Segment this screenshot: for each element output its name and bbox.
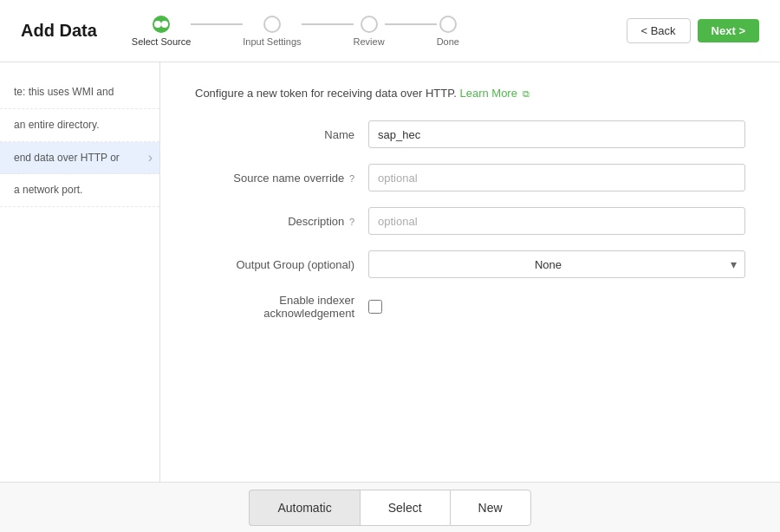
step-label-input-settings: Input Settings: [243, 36, 301, 47]
name-input[interactable]: [368, 120, 745, 148]
output-group-row: Output Group (optional) None: [195, 250, 745, 278]
back-button[interactable]: < Back: [627, 18, 691, 43]
chevron-right-icon: ›: [148, 148, 153, 167]
step-connector-3: [385, 23, 437, 25]
page-title: Add Data: [21, 21, 97, 41]
output-group-select-wrapper: None: [368, 250, 745, 278]
source-name-override-label: Source name override ?: [195, 172, 368, 185]
description-field-row: Description ?: [195, 207, 745, 235]
sidebar-item-directory[interactable]: an entire directory.: [0, 109, 159, 142]
automatic-button[interactable]: Automatic: [249, 490, 359, 526]
step-connector-1: [191, 23, 243, 25]
learn-more-link[interactable]: Learn More ⧉: [459, 87, 529, 100]
step-label-select-source: Select Source: [132, 36, 191, 47]
source-name-override-input[interactable]: [368, 164, 745, 191]
sidebar: te: this uses WMI and an entire director…: [0, 62, 160, 532]
step-circle-input-settings: [263, 16, 281, 33]
step-connector-2: [302, 23, 354, 25]
name-label: Name: [195, 128, 368, 141]
output-group-label: Output Group (optional): [195, 258, 368, 271]
header: Add Data Select Source Input Settings: [0, 0, 780, 62]
enable-indexer-checkbox-wrapper: [368, 300, 382, 314]
sidebar-item-wmi[interactable]: te: this uses WMI and: [0, 76, 159, 109]
step-label-review: Review: [354, 36, 385, 47]
next-button[interactable]: Next >: [698, 19, 759, 42]
form-description: Configure a new token for receiving data…: [195, 87, 745, 100]
source-name-override-row: Source name override ?: [195, 164, 745, 191]
step-done: Done: [437, 16, 459, 47]
step-circle-select-source: [153, 16, 170, 33]
output-group-select[interactable]: None: [368, 250, 745, 278]
sidebar-item-network[interactable]: a network port.: [0, 174, 159, 207]
description-label: Description ?: [195, 215, 368, 228]
header-left: Add Data Select Source Input Settings: [21, 16, 459, 47]
external-link-icon: ⧉: [523, 88, 530, 99]
new-button[interactable]: New: [450, 490, 531, 526]
header-right: < Back Next >: [627, 18, 760, 43]
sidebar-item-http[interactable]: end data over HTTP or ›: [0, 142, 159, 175]
name-field-row: Name: [195, 120, 745, 148]
enable-indexer-label: Enable indexer acknowledgement: [195, 294, 368, 320]
description-input[interactable]: [368, 207, 745, 235]
main-content: te: this uses WMI and an entire director…: [0, 62, 780, 532]
description-help-icon[interactable]: ?: [349, 217, 354, 227]
source-name-help-icon[interactable]: ?: [349, 173, 354, 184]
select-button[interactable]: Select: [360, 490, 450, 526]
enable-indexer-checkbox[interactable]: [368, 300, 382, 314]
step-circle-done: [439, 16, 457, 33]
stepper: Select Source Input Settings Review: [132, 16, 459, 47]
enable-indexer-row: Enable indexer acknowledgement: [195, 294, 745, 320]
step-circle-review: [361, 16, 378, 33]
step-label-done: Done: [437, 36, 459, 47]
step-review: Review: [354, 16, 437, 47]
bottom-bar: Automatic Select New: [0, 482, 780, 532]
form-area: Configure a new token for receiving data…: [160, 62, 780, 532]
step-select-source: Select Source: [132, 16, 243, 47]
step-input-settings: Input Settings: [243, 16, 353, 47]
